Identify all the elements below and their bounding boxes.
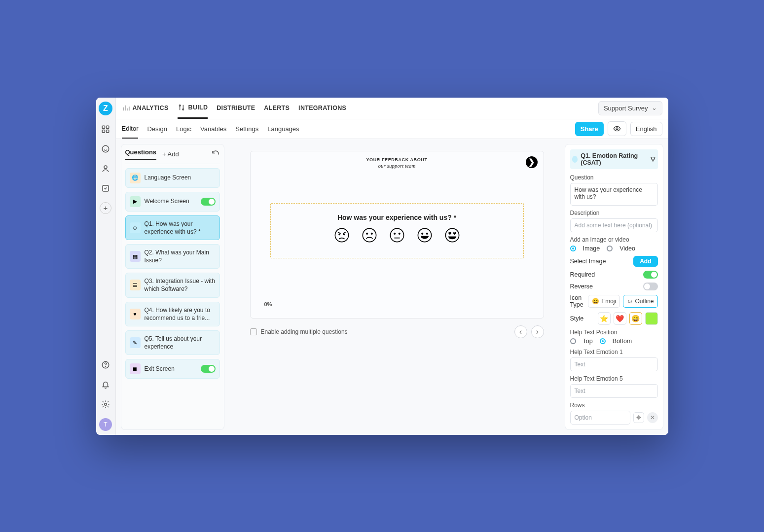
question-box[interactable]: How was your experience with us? *	[270, 203, 524, 258]
chat-icon[interactable]	[100, 143, 111, 155]
description-input[interactable]: Add some text here (optional)	[570, 218, 658, 232]
svg-point-19	[366, 233, 367, 234]
survey-selector[interactable]: Support Survey	[598, 101, 662, 115]
svg-point-28	[445, 228, 459, 242]
question-language[interactable]: 🌐Language Screen	[125, 168, 220, 188]
editor-content: Questions + Add 🌐Language Screen ▶Welcom…	[116, 139, 668, 435]
question-text: How was your experience with us? *	[276, 213, 518, 221]
help5-label: Help Text Emotion 5	[570, 375, 658, 382]
topnav-build[interactable]: BUILD	[178, 98, 208, 119]
help-icon[interactable]	[100, 359, 111, 371]
share-button[interactable]: Share	[575, 122, 604, 136]
icon-type-emoji[interactable]: 😄Emoji	[588, 295, 620, 308]
next-button[interactable]: ❯	[526, 156, 538, 168]
add-image-button[interactable]: Add	[633, 256, 657, 267]
brand-logo[interactable]: Z	[99, 102, 112, 115]
grid-icon: ▦	[130, 251, 141, 262]
help-pos-top[interactable]	[570, 338, 576, 344]
topnav-integrations[interactable]: INTEGRATIONS	[298, 98, 346, 119]
multi-question-checkbox[interactable]	[250, 328, 257, 335]
multi-question-label: Enable adding multiple questions	[261, 328, 348, 335]
help5-input[interactable]: Text	[570, 384, 658, 398]
gear-icon[interactable]	[100, 398, 111, 410]
icon-type-outline[interactable]: ☺Outline	[623, 295, 657, 308]
question-q1[interactable]: ☺Q1. How was your experience with us? *	[125, 215, 220, 240]
love-face-icon[interactable]	[444, 227, 460, 243]
question-q5[interactable]: ✎Q5. Tell us about your experience	[125, 330, 220, 355]
progress-percent: 0%	[264, 301, 272, 307]
topnav-alerts[interactable]: ALERTS	[264, 98, 290, 119]
help-pos-label: Help Text Position	[570, 329, 658, 336]
style-emoji[interactable]: 😄	[629, 312, 642, 325]
style-circle[interactable]	[645, 312, 658, 325]
board-icon[interactable]	[100, 182, 111, 194]
profile-avatar[interactable]: T	[99, 418, 112, 431]
svg-point-13	[335, 228, 348, 242]
help1-input[interactable]: Text	[570, 357, 658, 371]
app-frame: Z + T ANALYTICS BUILD DISTRIBUTE ALERTS …	[96, 98, 668, 435]
add-question[interactable]: + Add	[162, 150, 179, 158]
move-row-icon[interactable]: ✥	[633, 412, 644, 423]
question-exit[interactable]: ⏹Exit Screen	[125, 359, 220, 379]
question-q2[interactable]: ▦Q2. What was your Main Issue?	[125, 244, 220, 269]
next-question-button[interactable]: ›	[531, 325, 544, 338]
question-input[interactable]: How was your experience with us?	[570, 183, 658, 206]
user-icon[interactable]	[100, 163, 111, 175]
emoji-row	[276, 227, 518, 243]
happy-face-icon[interactable]	[417, 227, 433, 243]
questions-panel: Questions + Add 🌐Language Screen ▶Welcom…	[121, 144, 224, 430]
add-icon[interactable]: +	[100, 202, 111, 214]
svg-point-18	[363, 228, 376, 242]
svg-point-17	[343, 234, 344, 235]
reverse-toggle[interactable]	[643, 283, 658, 290]
svg-point-11	[182, 108, 184, 110]
svg-rect-3	[107, 130, 109, 132]
questions-tab[interactable]: Questions	[125, 148, 157, 160]
bell-icon[interactable]	[100, 379, 111, 390]
svg-rect-2	[102, 130, 105, 132]
question-q4[interactable]: ♥Q4. How likely are you to recommend us …	[125, 302, 220, 326]
exit-toggle[interactable]	[201, 365, 216, 373]
subtab-variables[interactable]: Variables	[200, 119, 226, 139]
preview-button[interactable]	[608, 121, 626, 136]
svg-point-23	[399, 233, 400, 234]
remove-row-icon[interactable]: ✕	[647, 412, 658, 423]
subtab-design[interactable]: Design	[147, 119, 167, 139]
media-radio-image[interactable]	[570, 246, 576, 251]
help-pos-bottom[interactable]	[600, 338, 606, 344]
prev-question-button[interactable]: ‹	[514, 325, 527, 338]
canvas-area: YOUR FEEDBACK ABOUT our support team ❯ H…	[229, 139, 565, 435]
svg-line-14	[338, 232, 341, 233]
subtab-languages[interactable]: Languages	[267, 119, 299, 139]
rows-input[interactable]: Option	[570, 411, 630, 425]
angry-face-icon[interactable]	[334, 227, 350, 243]
apps-icon[interactable]	[100, 123, 111, 135]
topnav-distribute[interactable]: DISTRIBUTE	[217, 98, 255, 119]
branch-icon[interactable]	[650, 156, 656, 163]
reverse-label: Reverse	[570, 283, 593, 290]
list-icon: ☰	[130, 280, 141, 290]
side-rail: Z + T	[96, 98, 116, 435]
question-q3[interactable]: ☰Q3. Integration Issue - with which Soft…	[125, 273, 220, 297]
style-heart[interactable]: ❤️	[614, 312, 626, 325]
style-star[interactable]: ⭐	[598, 312, 611, 325]
eye-icon	[613, 125, 621, 133]
language-icon: 🌐	[130, 173, 141, 183]
subtab-settings[interactable]: Settings	[235, 119, 258, 139]
question-label: Q4. How likely are you to recommend us t…	[145, 306, 216, 322]
subtab-editor[interactable]: Editor	[122, 119, 139, 139]
topnav-label: BUILD	[188, 104, 208, 111]
language-button[interactable]: English	[630, 122, 662, 136]
question-welcome[interactable]: ▶Welcome Screen	[125, 192, 220, 212]
welcome-toggle[interactable]	[201, 198, 216, 206]
emotion-dot-icon	[572, 156, 578, 163]
subtab-logic[interactable]: Logic	[176, 119, 191, 139]
question-label: Exit Screen	[145, 365, 175, 373]
main-area: ANALYTICS BUILD DISTRIBUTE ALERTS INTEGR…	[116, 98, 668, 435]
topnav-analytics[interactable]: ANALYTICS	[122, 98, 169, 119]
undo-icon[interactable]	[211, 149, 220, 158]
required-toggle[interactable]	[643, 271, 658, 279]
neutral-face-icon[interactable]	[389, 227, 405, 243]
sad-face-icon[interactable]	[362, 227, 377, 243]
media-radio-video[interactable]	[607, 246, 613, 251]
